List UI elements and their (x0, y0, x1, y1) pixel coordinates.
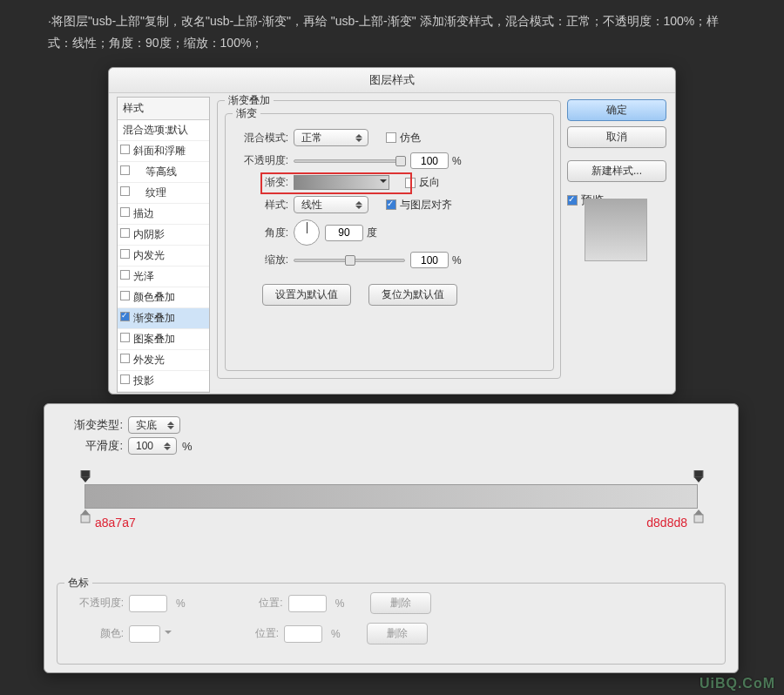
group-label-inner: 渐变 (233, 106, 260, 121)
styles-header[interactable]: 样式 (118, 98, 209, 120)
align-checkbox[interactable] (386, 199, 396, 210)
style-item-contour[interactable]: 等高线 (118, 162, 209, 183)
style-item-outer-glow[interactable]: 外发光 (118, 350, 209, 371)
delete-color-stop-button[interactable]: 删除 (367, 623, 428, 644)
color-stops-group: 色标 不透明度: % 位置: % 删除 颜色: 位置: % 删除 (57, 583, 726, 665)
percent-label: % (176, 597, 186, 610)
blend-options-item[interactable]: 混合选项:默认 (118, 120, 209, 141)
chevron-updown-icon (165, 419, 177, 431)
gradient-editor-dialog: 渐变类型: 实底 平滑度: 100 % a8a7a7 d8d8d8 色标 不透明… (44, 403, 739, 673)
gradient-editor: a8a7a7 d8d8d8 (60, 467, 722, 536)
gradient-overlay-group: 渐变叠加 渐变 混合模式: 正常 仿色 不透明度: % 渐变: (217, 100, 561, 379)
opacity-stop-input[interactable] (129, 595, 167, 612)
cancel-button[interactable]: 取消 (567, 126, 666, 148)
gradient-type-select[interactable]: 实底 (128, 416, 180, 434)
scale-unit: % (452, 254, 462, 267)
set-default-button[interactable]: 设置为默认值 (262, 284, 351, 306)
scale-slider[interactable] (294, 259, 405, 262)
style-row: 样式: 线性 与图层对齐 (240, 196, 553, 213)
highlight-annotation (260, 172, 412, 194)
dither-checkbox[interactable] (386, 132, 396, 143)
angle-input[interactable] (325, 225, 363, 241)
style-item-texture[interactable]: 纹理 (118, 183, 209, 204)
svg-rect-5 (81, 515, 90, 523)
svg-marker-1 (81, 477, 90, 482)
color-stops-label: 色标 (64, 576, 92, 590)
style-select[interactable]: 线性 (294, 196, 368, 213)
svg-rect-7 (694, 515, 703, 523)
reverse-label: 反向 (419, 175, 440, 190)
opacity-slider[interactable] (294, 159, 405, 163)
gradient-strip[interactable] (84, 484, 698, 509)
opacity-input[interactable] (410, 152, 449, 169)
style-item-bevel[interactable]: 斜面和浮雕 (118, 141, 209, 162)
position-label: 位置: (248, 596, 283, 611)
right-color-code: d8d8d8 (646, 516, 687, 530)
color-stop-right[interactable] (693, 509, 703, 522)
opacity-stop-row: 不透明度: % 位置: % 删除 (71, 592, 711, 614)
percent-label: % (331, 628, 341, 640)
dialog-title: 图层样式 (109, 68, 675, 93)
blend-mode-label: 混合模式: (240, 131, 288, 145)
svg-rect-0 (81, 470, 90, 477)
color-position-input[interactable] (284, 625, 322, 643)
angle-row: 角度: 度 (240, 219, 553, 246)
opacity-row: 不透明度: % (240, 152, 553, 169)
blend-mode-row: 混合模式: 正常 仿色 (240, 129, 553, 146)
angle-label: 角度: (240, 226, 288, 240)
default-buttons-row: 设置为默认值 复位为默认值 (262, 284, 553, 306)
color-stop-left[interactable] (79, 509, 90, 522)
color-swatch[interactable] (129, 625, 160, 643)
reset-default-button[interactable]: 复位为默认值 (368, 284, 457, 306)
gradient-row: 渐变: 反向 (240, 175, 553, 190)
preview-checkbox[interactable] (567, 195, 578, 206)
style-item-inner-glow[interactable]: 内发光 (118, 246, 209, 267)
color-stop-label: 颜色: (71, 626, 124, 641)
new-style-button[interactable]: 新建样式... (567, 160, 666, 182)
chevron-updown-icon (353, 199, 365, 211)
blend-mode-select[interactable]: 正常 (294, 129, 368, 146)
dither-label: 仿色 (400, 131, 421, 145)
opacity-stop-left[interactable] (79, 470, 90, 482)
align-label: 与图层对齐 (400, 198, 452, 213)
percent-label: % (335, 597, 345, 610)
dialog-side-buttons: 确定 取消 新建样式... 预览 (567, 99, 666, 208)
chevron-down-icon (161, 440, 173, 452)
scale-input[interactable] (410, 252, 449, 268)
layer-style-dialog: 图层样式 样式 混合选项:默认 斜面和浮雕 等高线 纹理 描边 内阴影 内发光 … (108, 67, 676, 395)
opacity-position-input[interactable] (288, 595, 327, 612)
ok-button[interactable]: 确定 (567, 99, 666, 121)
scale-label: 缩放: (240, 253, 288, 267)
smoothness-row: 平滑度: 100 % (60, 437, 722, 455)
color-stop-row: 颜色: 位置: % 删除 (71, 623, 711, 644)
smoothness-label: 平滑度: (60, 438, 123, 454)
angle-unit: 度 (367, 226, 377, 240)
style-item-pattern-overlay[interactable]: 图案叠加 (118, 329, 209, 350)
opacity-stop-label: 不透明度: (71, 596, 124, 611)
svg-marker-4 (81, 509, 90, 515)
gradient-group: 渐变 混合模式: 正常 仿色 不透明度: % 渐变: 反向 (225, 113, 554, 371)
delete-opacity-stop-button[interactable]: 删除 (370, 592, 431, 614)
opacity-stop-right[interactable] (693, 470, 703, 482)
style-item-inner-shadow[interactable]: 内阴影 (118, 225, 209, 246)
scale-row: 缩放: % (240, 252, 553, 268)
left-color-code: a8a7a7 (95, 516, 136, 530)
preview-swatch (585, 199, 647, 261)
style-item-gradient-overlay[interactable]: 渐变叠加 (118, 308, 209, 329)
style-item-color-overlay[interactable]: 颜色叠加 (118, 287, 209, 308)
instruction-text: ·将图层"usb-上部"复制，改名"usb-上部-渐变"，再给 "usb-上部-… (0, 0, 784, 64)
opacity-unit: % (452, 155, 462, 167)
smoothness-select[interactable]: 100 (128, 437, 177, 455)
svg-marker-6 (694, 509, 703, 515)
style-item-stroke[interactable]: 描边 (118, 204, 209, 225)
angle-dial[interactable] (294, 219, 320, 246)
opacity-label: 不透明度: (240, 153, 288, 168)
gradient-type-label: 渐变类型: (60, 417, 123, 433)
gradient-type-row: 渐变类型: 实底 (60, 416, 722, 434)
style-item-satin[interactable]: 光泽 (118, 267, 209, 287)
smoothness-unit: % (182, 440, 193, 453)
style-label: 样式: (240, 198, 288, 213)
style-item-drop-shadow[interactable]: 投影 (118, 371, 209, 392)
svg-rect-2 (694, 470, 703, 477)
svg-marker-3 (694, 477, 703, 482)
